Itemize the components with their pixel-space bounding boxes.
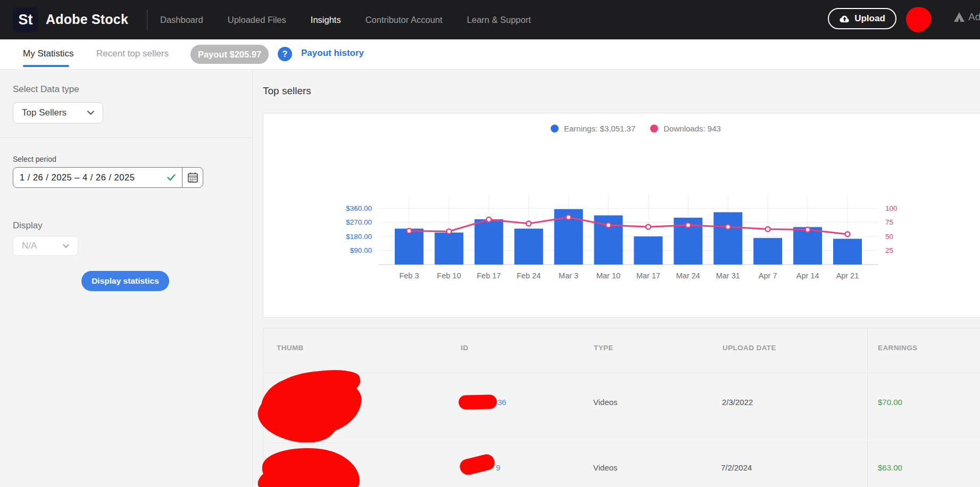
x-axis-label: Feb 24 [517,271,541,280]
left-axis-tick: $270.00 [346,218,372,226]
downloads-legend-label: Downloads: 943 [663,124,721,133]
asset-id-link[interactable]: 36 [497,398,506,407]
downloads-point [486,217,491,222]
downloads-point [766,227,770,232]
period-value: 1 / 26 / 2025 – 4 / 26 / 2025 [20,172,135,183]
data-type-value: Top Sellers [22,108,67,118]
adobe-logo-icon [954,12,965,22]
calendar-button[interactable] [182,167,203,188]
sidebar-right-border [252,70,253,487]
chart-legend: Earnings: $3,051.37 Downloads: 943 [551,124,721,133]
downloads-point [407,228,412,233]
earnings-bar [634,236,662,265]
table-header-border [263,373,980,373]
x-axis-label: Feb 3 [399,271,419,280]
adobe-stock-logo-icon[interactable]: St [13,7,38,32]
downloads-point [805,227,810,232]
downloads-point [726,225,730,229]
avatar-redaction-scribble[interactable] [904,5,934,35]
cloud-upload-icon [839,14,850,23]
chevron-down-icon [63,244,69,248]
right-axis-tick: 75 [885,218,893,226]
nav-links: Dashboard Uploaded Files Insights Contri… [160,0,531,39]
bar-line-chart: $360.00$270.00$180.00$90.00100755025Feb … [341,188,921,284]
nav-divider [147,10,147,30]
adobe-corner-text: Ad [968,11,980,23]
page: St Adobe Stock Dashboard Uploaded Files … [0,0,980,487]
top-sellers-chart-card: Earnings: $3,051.37 Downloads: 943 $360.… [263,113,980,318]
active-tab-underline [23,65,69,67]
col-header-type: TYPE [594,344,613,352]
nav-item-dashboard[interactable]: Dashboard [160,15,203,25]
period-range-input[interactable]: 1 / 26 / 2025 – 4 / 26 / 2025 [13,167,182,188]
downloads-legend-dot-icon [650,125,658,133]
right-axis-tick: 50 [885,233,893,241]
display-statistics-button[interactable]: Display statistics [81,271,169,291]
upload-label: Upload [854,13,885,24]
calendar-icon [187,172,198,183]
downloads-point [606,223,611,228]
col-header-earnings: EARNINGS [878,344,917,352]
nav-item-contributor-account[interactable]: Contributor Account [366,15,443,25]
x-axis-label: Mar 17 [636,271,660,280]
top-navbar: St Adobe Stock Dashboard Uploaded Files … [0,0,980,39]
col-header-id: ID [461,344,468,352]
nav-item-insights[interactable]: Insights [311,15,341,25]
downloads-point [646,225,651,229]
earnings-bar [475,219,503,265]
x-axis-label: Feb 10 [437,271,461,280]
upload-date: 2/3/2022 [722,398,753,407]
data-type-select[interactable]: Top Sellers [13,102,103,123]
earnings-bar [753,238,782,265]
asset-id-link[interactable]: 9 [496,463,500,472]
downloads-point [446,229,451,234]
earnings-value: $63.00 [878,463,902,472]
payout-amount-pill[interactable]: Payout $205.97 [190,45,269,64]
nav-item-learn-support[interactable]: Learn & Support [467,15,531,25]
legend-item-earnings: Earnings: $3,051.37 [551,124,635,133]
downloads-point [566,215,571,220]
right-axis-tick: 100 [885,204,898,212]
left-axis-tick: $90.00 [350,246,372,254]
x-axis-label: Feb 17 [477,271,501,280]
asset-type: Videos [593,398,618,407]
chevron-down-icon [87,111,94,115]
display-label: Display [13,220,43,231]
chart-area: $360.00$270.00$180.00$90.00100755025Feb … [341,188,921,284]
x-axis-label: Mar 24 [676,271,700,280]
x-axis-label: Apr 21 [836,271,859,280]
earnings-legend-label: Earnings: $3,051.37 [564,124,635,133]
tab-recent-top-sellers[interactable]: Recent top sellers [96,48,169,59]
sidebar-divider [0,137,252,138]
earnings-column-divider [867,328,868,487]
left-axis-tick: $180.00 [346,233,372,241]
x-axis-label: Apr 14 [796,271,819,280]
display-value: N/A [22,241,37,251]
tab-my-statistics[interactable]: My Statistics [23,48,73,59]
earnings-bar [833,239,862,265]
page-title: Top sellers [263,85,311,97]
earnings-bar [713,212,742,265]
nav-item-uploaded-files[interactable]: Uploaded Files [228,15,286,25]
asset-type: Videos [593,463,618,472]
brand-title: Adobe Stock [46,12,128,27]
upload-button[interactable]: Upload [828,8,896,29]
display-select[interactable]: N/A [13,236,78,256]
statistics-tabbar: My Statistics Recent top sellers Payout … [0,39,980,70]
legend-item-downloads: Downloads: 943 [650,124,721,133]
col-header-upload-date: UPLOAD DATE [722,344,776,352]
earnings-legend-dot-icon [551,125,559,133]
help-icon[interactable]: ? [278,47,292,61]
checkmark-icon [167,174,176,181]
x-axis-label: Mar 31 [716,271,740,280]
payout-history-link[interactable]: Payout history [301,48,364,59]
earnings-bar [435,233,463,265]
right-axis-tick: 25 [885,246,893,254]
period-label: Select period [13,155,56,163]
earnings-bar [395,229,423,265]
earnings-bar [514,229,543,265]
earnings-value: $70.00 [878,398,902,407]
row-divider [263,442,980,443]
x-axis-label: Mar 10 [596,271,620,280]
table-top-border [263,328,980,328]
